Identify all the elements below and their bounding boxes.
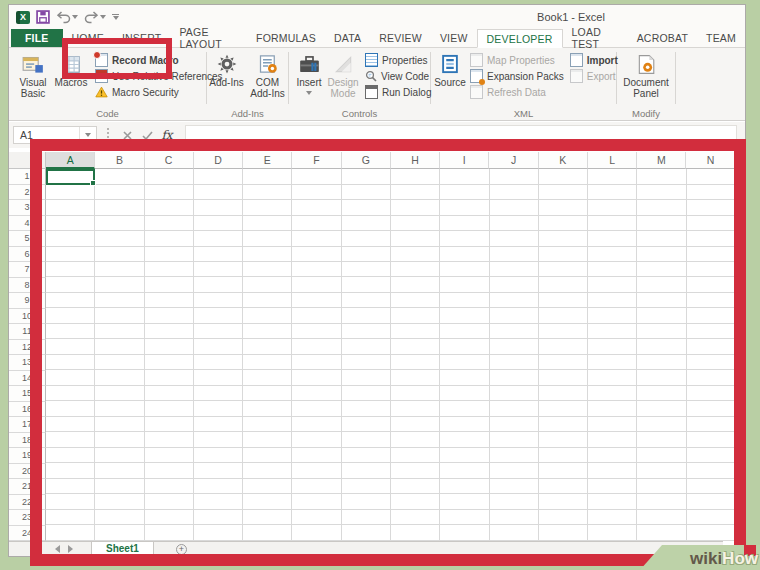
macro-security-button[interactable]: Macro Security — [95, 86, 223, 98]
add-ins-button[interactable]: Add-Ins — [209, 51, 245, 89]
import-button[interactable]: Import — [570, 54, 618, 66]
visual-basic-icon — [22, 52, 44, 76]
expansion-packs-button[interactable]: Expansion Packs — [470, 70, 564, 82]
add-ins-label: Add-Ins — [209, 78, 243, 89]
ribbon-group-controls: Insert Design Mode Properties — [289, 48, 430, 120]
name-box-dropdown-icon[interactable] — [85, 133, 91, 137]
record-macro-highlight-box — [62, 38, 172, 79]
tab-acrobat[interactable]: ACROBAT — [628, 29, 697, 47]
refresh-data-label: Refresh Data — [487, 87, 546, 98]
tab-file[interactable]: FILE — [11, 29, 63, 47]
expansion-packs-icon — [470, 69, 483, 83]
tab-data[interactable]: DATA — [325, 29, 370, 47]
redo-icon — [84, 11, 99, 24]
map-properties-icon — [470, 53, 483, 67]
customize-qat-button[interactable] — [112, 14, 119, 21]
add-ins-gear-icon — [217, 52, 237, 76]
visual-basic-label: Visual Basic — [13, 78, 53, 99]
excel-logo-icon: X — [16, 11, 30, 24]
source-button[interactable]: Source — [433, 51, 467, 89]
com-add-ins-label: COM Add-Ins — [249, 78, 287, 99]
ribbon-group-xml: Source Map Properties Expansion Packs Re… — [431, 48, 616, 120]
save-icon[interactable] — [36, 10, 50, 24]
run-dialog-label: Run Dialog — [382, 87, 431, 98]
customize-qat-bar-icon — [112, 14, 119, 16]
export-label: Export — [587, 71, 616, 82]
refresh-data-icon — [470, 85, 483, 99]
run-dialog-icon — [365, 85, 378, 99]
tab-review[interactable]: REVIEW — [370, 29, 431, 47]
export-button[interactable]: Export — [570, 70, 618, 82]
properties-icon — [365, 53, 378, 67]
visual-basic-button[interactable]: Visual Basic — [13, 51, 53, 99]
properties-label: Properties — [382, 55, 428, 66]
source-label: Source — [434, 78, 466, 89]
view-code-button[interactable]: View Code — [365, 70, 431, 82]
macro-security-warning-icon — [95, 86, 108, 98]
redo-dropdown-icon[interactable] — [100, 15, 106, 19]
design-mode-icon — [334, 52, 353, 76]
design-mode-button[interactable]: Design Mode — [325, 51, 361, 99]
group-label-add-ins: Add-Ins — [207, 108, 288, 119]
worksheet-highlight-box — [30, 139, 746, 566]
ribbon-group-modify: Document Panel Modify — [617, 48, 675, 120]
run-dialog-button[interactable]: Run Dialog — [365, 86, 431, 98]
map-properties-button[interactable]: Map Properties — [470, 54, 564, 66]
quick-access-toolbar: X — [9, 10, 119, 24]
group-label-xml: XML — [431, 108, 616, 119]
group-label-modify: Modify — [617, 108, 675, 119]
design-mode-label: Design Mode — [325, 78, 361, 99]
redo-button[interactable] — [84, 11, 106, 24]
tab-load-test[interactable]: LOAD TEST — [563, 29, 628, 47]
insert-control-button[interactable]: Insert — [293, 51, 325, 95]
import-label: Import — [587, 55, 618, 66]
document-panel-label: Document Panel — [620, 78, 672, 99]
ribbon-group-add-ins: Add-Ins COM Add-Ins Add-Ins — [207, 48, 288, 120]
group-label-code: Code — [9, 108, 206, 119]
insert-dropdown-icon[interactable] — [306, 91, 312, 95]
macro-security-label: Macro Security — [112, 87, 179, 98]
wikihow-wiki-text: wiki — [690, 548, 722, 570]
tab-view[interactable]: VIEW — [431, 29, 477, 47]
tab-developer[interactable]: DEVELOPER — [477, 29, 563, 48]
title-bar: X — [9, 5, 745, 29]
tab-formulas[interactable]: FORMULAS — [247, 29, 325, 47]
undo-icon — [56, 11, 71, 24]
com-add-ins-button[interactable]: COM Add-Ins — [249, 51, 287, 99]
group-label-controls: Controls — [289, 108, 430, 119]
source-icon — [440, 52, 460, 76]
tab-page-layout[interactable]: PAGE LAYOUT — [170, 29, 247, 47]
refresh-data-button[interactable]: Refresh Data — [470, 86, 564, 98]
document-panel-button[interactable]: Document Panel — [620, 51, 672, 99]
group-separator — [675, 52, 676, 104]
expansion-packs-label: Expansion Packs — [487, 71, 564, 82]
properties-button[interactable]: Properties — [365, 54, 431, 66]
insert-label: Insert — [296, 78, 321, 89]
map-properties-label: Map Properties — [487, 55, 555, 66]
export-icon — [570, 69, 583, 83]
document-panel-icon — [636, 52, 656, 76]
import-icon — [570, 53, 583, 67]
view-code-icon — [365, 70, 377, 82]
com-add-ins-icon — [258, 52, 278, 76]
view-code-label: View Code — [381, 71, 429, 82]
customize-qat-caret-icon — [113, 16, 119, 20]
undo-dropdown-icon[interactable] — [72, 15, 78, 19]
tab-team[interactable]: TEAM — [697, 29, 745, 47]
wikihow-how-text: How — [722, 548, 758, 570]
undo-button[interactable] — [56, 11, 78, 24]
insert-briefcase-icon — [299, 52, 320, 76]
macros-label: Macros — [55, 78, 88, 89]
